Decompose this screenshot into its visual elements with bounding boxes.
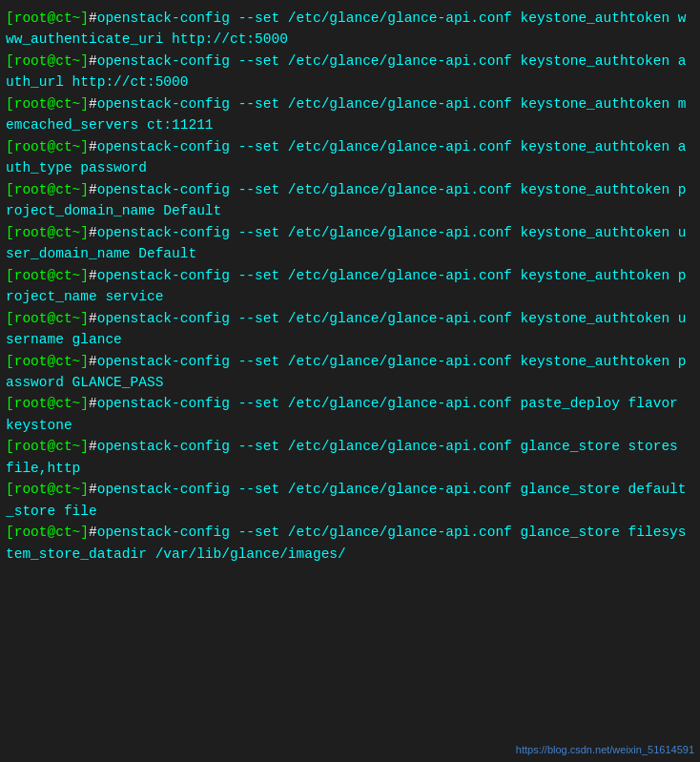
terminal-line: [root@ct~]#openstack-config --set /etc/g…	[6, 93, 694, 136]
cmd-hash: #	[89, 482, 97, 497]
cmd-text: openstack-config --set /etc/glance/glanc…	[6, 10, 687, 47]
terminal-line: [root@ct~]#openstack-config --set /etc/g…	[6, 522, 694, 565]
terminal-line: [root@ct~]#openstack-config --set /etc/g…	[6, 222, 694, 265]
prompt-text: [root@ct~]	[6, 139, 89, 154]
cmd-text: openstack-config --set /etc/glance/glanc…	[6, 525, 687, 561]
cmd-text: openstack-config --set /etc/glance/glanc…	[6, 139, 687, 175]
terminal-line: [root@ct~]#openstack-config --set /etc/g…	[6, 179, 694, 222]
terminal-line: [root@ct~]#openstack-config --set /etc/g…	[6, 265, 694, 308]
prompt-text: [root@ct~]	[6, 354, 89, 369]
prompt-text: [root@ct~]	[6, 311, 89, 326]
cmd-text: openstack-config --set /etc/glance/glanc…	[6, 268, 687, 304]
prompt-text: [root@ct~]	[6, 96, 89, 112]
cmd-text: openstack-config --set /etc/glance/glanc…	[6, 53, 687, 90]
cmd-hash: #	[89, 139, 97, 154]
terminal-line: [root@ct~]#openstack-config --set /etc/g…	[6, 8, 694, 51]
prompt-text: [root@ct~]	[6, 53, 89, 69]
cmd-hash: #	[89, 10, 97, 26]
prompt-text: [root@ct~]	[6, 10, 89, 26]
cmd-text: openstack-config --set /etc/glance/glanc…	[6, 439, 687, 475]
cmd-text: openstack-config --set /etc/glance/glanc…	[6, 311, 687, 347]
terminal-line: [root@ct~]#openstack-config --set /etc/g…	[6, 479, 694, 522]
prompt-text: [root@ct~]	[6, 482, 89, 497]
cmd-hash: #	[89, 268, 97, 283]
cmd-hash: #	[89, 311, 97, 326]
cmd-hash: #	[89, 53, 97, 69]
terminal-line: [root@ct~]#openstack-config --set /etc/g…	[6, 436, 694, 479]
cmd-hash: #	[89, 439, 97, 454]
watermark: https://blog.csdn.net/weixin_51614591	[516, 742, 694, 758]
cmd-text: openstack-config --set /etc/glance/glanc…	[6, 354, 687, 390]
terminal-line: [root@ct~]#openstack-config --set /etc/g…	[6, 51, 694, 93]
cmd-text: openstack-config --set /etc/glance/glanc…	[6, 396, 687, 432]
terminal-line: [root@ct~]#openstack-config --set /etc/g…	[6, 136, 694, 179]
prompt-text: [root@ct~]	[6, 396, 89, 411]
terminal-line: [root@ct~]#openstack-config --set /etc/g…	[6, 308, 694, 351]
cmd-text: openstack-config --set /etc/glance/glanc…	[6, 482, 687, 518]
cmd-hash: #	[89, 96, 97, 112]
cmd-text: openstack-config --set /etc/glance/glanc…	[6, 96, 687, 133]
cmd-hash: #	[89, 525, 97, 540]
terminal-line: [root@ct~]#openstack-config --set /etc/g…	[6, 393, 694, 436]
cmd-hash: #	[89, 182, 97, 197]
terminal-window: [root@ct~]#openstack-config --set /etc/g…	[6, 8, 694, 565]
prompt-text: [root@ct~]	[6, 182, 89, 197]
terminal-line: [root@ct~]#openstack-config --set /etc/g…	[6, 351, 694, 394]
cmd-hash: #	[89, 354, 97, 369]
prompt-text: [root@ct~]	[6, 268, 89, 283]
cmd-text: openstack-config --set /etc/glance/glanc…	[6, 225, 687, 261]
prompt-text: [root@ct~]	[6, 439, 89, 454]
prompt-text: [root@ct~]	[6, 525, 89, 540]
cmd-text: openstack-config --set /etc/glance/glanc…	[6, 182, 687, 218]
cmd-hash: #	[89, 225, 97, 240]
cmd-hash: #	[89, 396, 97, 411]
prompt-text: [root@ct~]	[6, 225, 89, 240]
